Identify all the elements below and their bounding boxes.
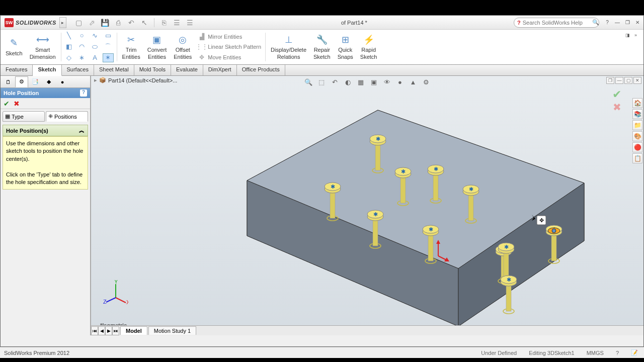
undo-icon[interactable]: ↶: [127, 18, 136, 27]
design-lib-icon[interactable]: 📚: [632, 109, 642, 119]
arc-icon[interactable]: ◠: [76, 42, 88, 51]
tab-mold-tools[interactable]: Mold Tools: [134, 65, 171, 75]
save-icon[interactable]: 💾: [101, 18, 110, 27]
options-icon[interactable]: ☰: [173, 18, 182, 27]
scene-icon[interactable]: ▲: [408, 77, 418, 87]
tab-dimxpert[interactable]: DimXpert: [203, 65, 237, 75]
display-style-icon[interactable]: ▣: [369, 77, 379, 87]
rapid-sketch-button[interactable]: ⚡ Rapid Sketch: [357, 31, 380, 63]
convert-button[interactable]: ▣ Convert Entities: [144, 31, 170, 63]
vp-minimize-button[interactable]: ―: [615, 77, 623, 84]
zoom-area-icon[interactable]: ⬚: [316, 77, 327, 87]
pm-tab-positions[interactable]: ⁜Positions: [46, 111, 88, 122]
vp-restore-button[interactable]: ❐: [606, 77, 614, 84]
status-note-icon[interactable]: 📝: [629, 349, 640, 356]
rebuild-icon[interactable]: ⎘: [159, 18, 169, 27]
graphics-area[interactable]: ▸ 📦 Part14 (Default<<Default>... 🔍 ⬚ ↶ ◐…: [91, 76, 643, 335]
ribbon-expand-button[interactable]: »: [633, 32, 640, 39]
rect2-icon[interactable]: ◧: [63, 42, 74, 51]
view-settings-icon[interactable]: ⚙: [421, 77, 431, 87]
tab-evaluate[interactable]: Evaluate: [171, 65, 203, 75]
tab-nav: ⏮ ◀ ▶ ⏭: [91, 326, 119, 335]
maximize-button[interactable]: ❐: [623, 19, 631, 27]
expand-icon[interactable]: ▸: [94, 77, 97, 83]
breadcrumb[interactable]: ▸ 📦 Part14 (Default<<Default>...: [94, 77, 177, 83]
section-view-icon[interactable]: ◐: [343, 77, 353, 87]
view-palette-icon[interactable]: 🎨: [632, 131, 642, 141]
ellipse-icon[interactable]: ⬭: [90, 42, 101, 51]
collapse-icon: ︽: [79, 127, 85, 134]
pm-section-header[interactable]: Hole Position(s) ︽: [3, 125, 88, 136]
cancel-icon[interactable]: ✖: [14, 100, 20, 108]
model-3d-view[interactable]: ✱ ✱ ✱ ✱ ✱ ✱ ✱ ✱: [192, 90, 629, 331]
property-manager-tab[interactable]: ⚙: [15, 76, 28, 87]
point-icon[interactable]: ∗: [76, 53, 88, 62]
tab-next-button[interactable]: ▶: [105, 326, 112, 335]
offset-button[interactable]: ◎ Offset Entities: [171, 31, 195, 63]
status-help-icon[interactable]: ?: [614, 350, 621, 356]
zoom-fit-icon[interactable]: 🔍: [303, 77, 313, 87]
repair-sketch-button[interactable]: 🔧 Repair Sketch: [310, 31, 334, 63]
vp-close-button[interactable]: ✕: [633, 77, 641, 84]
pm-help-text-2: Click on the 'Type' tab to define the ho…: [6, 171, 85, 187]
hide-show-icon[interactable]: 👁: [382, 77, 392, 87]
config-tab[interactable]: 📑: [29, 76, 42, 87]
display-relations-button[interactable]: ⊥ Display/Delete Relations: [268, 31, 309, 63]
tab-sketch[interactable]: Sketch: [33, 65, 61, 76]
ribbon-collapse-button[interactable]: ◨: [624, 32, 631, 39]
close-button[interactable]: ✕: [633, 19, 641, 27]
file-explorer-icon[interactable]: 📁: [632, 120, 642, 130]
tab-last-button[interactable]: ⏭: [112, 326, 119, 335]
resources-icon[interactable]: 🏠: [632, 98, 642, 108]
new-icon[interactable]: ▢: [74, 18, 84, 27]
search-icon[interactable]: 🔍: [592, 19, 599, 26]
feature-tree-tab[interactable]: 🗒: [2, 76, 15, 87]
tab-sheet-metal[interactable]: Sheet Metal: [94, 65, 134, 75]
pm-tab-type[interactable]: ▦Type: [3, 111, 45, 122]
vp-maximize-button[interactable]: ▢: [624, 77, 632, 84]
status-units[interactable]: MMGS: [585, 350, 606, 356]
custom-props-icon[interactable]: 📋: [632, 153, 642, 163]
search-input[interactable]: [523, 20, 592, 26]
circle-icon[interactable]: ○: [76, 31, 88, 40]
minimize-button[interactable]: ―: [613, 19, 621, 27]
trim-button[interactable]: ✂ Trim Entities: [119, 31, 143, 63]
help-icon[interactable]: ?: [603, 19, 611, 27]
print-icon[interactable]: ⎙: [114, 18, 123, 27]
fillet-icon[interactable]: ⌒: [103, 42, 114, 51]
repair-icon: 🔧: [316, 34, 328, 46]
ok-icon[interactable]: ✔: [4, 100, 10, 108]
dimxpert-tab[interactable]: ◆: [42, 76, 55, 87]
select-icon[interactable]: ↖: [140, 18, 149, 27]
plane-icon[interactable]: ◇: [63, 53, 74, 62]
view-orient-icon[interactable]: ▦: [356, 77, 366, 87]
quick-snaps-button[interactable]: ⊞ Quick Snaps: [335, 31, 356, 63]
text-icon[interactable]: A: [90, 53, 101, 62]
line-icon[interactable]: ╲: [63, 31, 74, 40]
tab-features[interactable]: Features: [1, 65, 33, 75]
tab-office-products[interactable]: Office Products: [237, 65, 285, 75]
open-icon[interactable]: ⬀: [88, 18, 97, 27]
mirror-button[interactable]: ▟Mirror Entities: [196, 32, 263, 41]
appearance-icon[interactable]: ●: [395, 77, 405, 87]
prev-view-icon[interactable]: ↶: [330, 77, 340, 87]
display-tab[interactable]: ●: [56, 76, 69, 87]
point-active-icon[interactable]: ✶: [103, 53, 114, 62]
appearances-icon[interactable]: 🔴: [632, 142, 642, 152]
linear-pattern-button[interactable]: ⋮⋮Linear Sketch Pattern: [196, 42, 263, 51]
tab-surfaces[interactable]: Surfaces: [62, 65, 94, 75]
smart-dimension-button[interactable]: ⟷ Smart Dimension: [27, 31, 59, 63]
positions-icon: ⁜: [48, 113, 53, 120]
rect-icon[interactable]: ▭: [103, 31, 114, 40]
menu-dropdown-button[interactable]: ▸: [59, 17, 66, 28]
sketch-button[interactable]: ✎ Sketch: [3, 31, 26, 63]
tab-prev-button[interactable]: ◀: [98, 326, 105, 335]
pm-help-button[interactable]: ?: [80, 89, 87, 97]
help-search[interactable]: ? 🔍: [514, 18, 599, 28]
move-button[interactable]: ✥Move Entities: [196, 53, 263, 62]
tab-model[interactable]: Model: [120, 326, 147, 335]
spline-icon[interactable]: ∿: [90, 31, 101, 40]
tab-motion-study[interactable]: Motion Study 1: [148, 326, 196, 335]
tab-first-button[interactable]: ⏮: [91, 326, 98, 335]
options2-icon[interactable]: ☰: [186, 18, 195, 27]
